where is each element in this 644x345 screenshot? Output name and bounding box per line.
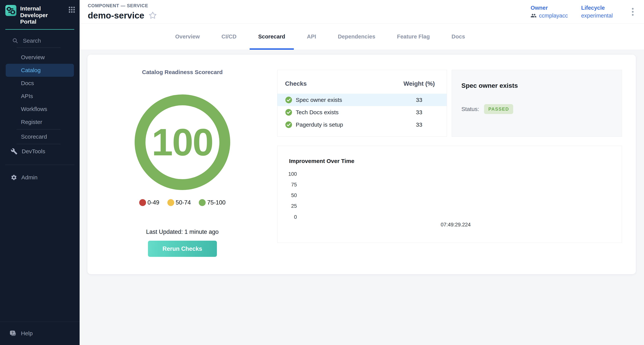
details-column: Checks Weight (%): [277, 55, 636, 274]
legend-item-low: 0-49: [139, 199, 160, 206]
legend-item-high: 75-100: [199, 199, 226, 206]
check-name-label: Pagerduty is setup: [296, 122, 343, 128]
breadcrumb: COMPONENT — SERVICE: [88, 3, 157, 8]
sidebar-search[interactable]: Search: [0, 35, 80, 47]
entity-heading: COMPONENT — SERVICE demo-service: [88, 3, 157, 20]
status-badge: PASSED: [484, 104, 513, 114]
weight-header-label: Weight (%): [399, 80, 439, 87]
tab-overview[interactable]: Overview: [166, 24, 208, 50]
page-title: demo-service: [88, 10, 144, 20]
check-weight-value: 33: [399, 97, 439, 103]
tab-docs[interactable]: Docs: [443, 24, 474, 50]
lifecycle-label: Lifecycle: [581, 5, 613, 11]
sidebar-item-register[interactable]: Register: [0, 116, 80, 128]
owner-link[interactable]: ccmplayacc: [530, 12, 568, 19]
y-axis-tick: 75: [278, 182, 297, 188]
help-label: Help: [21, 330, 33, 336]
score-legend: 0-49 50-74 75-100: [139, 199, 226, 206]
scorecard-card: Catalog Readiness Scorecard 100 0-49 50-…: [88, 55, 636, 274]
legend-label: 75-100: [207, 199, 226, 206]
legend-label: 0-49: [148, 199, 160, 206]
gauge-column: Catalog Readiness Scorecard 100 0-49 50-…: [88, 55, 277, 274]
tab-dependencies[interactable]: Dependencies: [329, 24, 384, 50]
help-chat-icon: ?: [10, 330, 17, 337]
tab-scorecard[interactable]: Scorecard: [250, 24, 294, 50]
sidebar-item-docs[interactable]: Docs: [0, 77, 80, 90]
sidebar-item-workflows[interactable]: Workflows: [0, 102, 80, 116]
checks-table-header: Checks Weight (%): [278, 77, 447, 90]
svg-text:?: ?: [12, 331, 14, 335]
status-label: Status:: [462, 106, 479, 112]
owner-value: ccmplayacc: [539, 12, 568, 19]
legend-item-mid: 50-74: [168, 199, 191, 206]
sidebar-item-help[interactable]: ? Help: [0, 322, 80, 345]
devtools-label: DevTools: [22, 148, 45, 154]
brand: Internal Developer Portal: [0, 0, 80, 25]
app-root: Internal Developer Portal Search Overvie…: [0, 0, 644, 345]
divider: [16, 144, 60, 144]
y-axis-tick: 50: [278, 192, 297, 198]
sidebar-item-apis[interactable]: APIs: [0, 90, 80, 102]
y-axis-tick: 25: [278, 203, 297, 209]
sidebar-item-catalog[interactable]: Catalog: [6, 64, 74, 77]
y-axis-tick: 100: [278, 171, 297, 177]
check-weight-value: 33: [399, 122, 439, 128]
apps-grid-icon[interactable]: [68, 6, 75, 13]
score-gauge: 100: [135, 94, 230, 190]
admin-label: Admin: [21, 174, 38, 181]
content-area: Catalog Readiness Scorecard 100 0-49 50-…: [80, 50, 644, 345]
tab-cicd[interactable]: CI/CD: [213, 24, 245, 50]
check-row-spec-owner[interactable]: Spec owner exists 33: [278, 94, 447, 106]
entity-tabs: Overview CI/CD Scorecard API Dependencie…: [80, 24, 644, 50]
lifecycle-value: experimental: [581, 12, 613, 19]
check-detail-title: Spec owner exists: [462, 82, 612, 89]
check-row-pagerduty[interactable]: Pagerduty is setup 33: [278, 118, 447, 131]
legend-dot-yellow: [168, 199, 174, 206]
tab-api[interactable]: API: [298, 24, 325, 50]
brand-divider: [5, 29, 74, 30]
sidebar-nav: Overview Catalog Docs APIs Workflows Reg…: [0, 51, 80, 158]
star-icon[interactable]: [148, 11, 157, 20]
sidebar: Internal Developer Portal Search Overvie…: [0, 0, 80, 345]
sidebar-item-devtools[interactable]: DevTools: [0, 145, 80, 158]
search-label: Search: [23, 38, 41, 44]
sidebar-item-overview[interactable]: Overview: [0, 51, 80, 64]
improvement-chart: Improvement Over Time 100 75 50 25 0 07:…: [277, 146, 622, 243]
owner-label: Owner: [530, 5, 568, 11]
check-row-tech-docs[interactable]: Tech Docs exists 33: [278, 106, 447, 118]
page-header: COMPONENT — SERVICE demo-service Owner c: [80, 0, 644, 24]
checks-header-label: Checks: [285, 80, 399, 87]
brand-title: Internal Developer Portal: [20, 5, 65, 25]
portal-logo-icon: [5, 5, 16, 16]
wrench-icon: [11, 148, 18, 155]
legend-dot-red: [139, 199, 146, 206]
last-updated-text: Last Updated: 1 minute ago: [146, 228, 218, 235]
divider: [5, 165, 74, 165]
lifecycle-block: Lifecycle experimental: [581, 5, 613, 19]
main-area: COMPONENT — SERVICE demo-service Owner c: [80, 0, 644, 345]
legend-label: 50-74: [176, 199, 191, 206]
check-detail-panel: Spec owner exists Status: PASSED: [452, 70, 622, 137]
divider: [16, 129, 60, 130]
check-weight-value: 33: [399, 109, 439, 116]
check-passed-icon: [285, 109, 292, 116]
score-value: 100: [152, 123, 213, 161]
legend-dot-green: [199, 199, 206, 206]
tab-feature-flag[interactable]: Feature Flag: [388, 24, 438, 50]
gear-icon: [11, 174, 17, 181]
rerun-checks-button[interactable]: Rerun Checks: [148, 241, 217, 257]
sidebar-item-scorecard[interactable]: Scorecard: [0, 130, 80, 143]
more-options-icon[interactable]: [630, 6, 636, 18]
people-icon: [530, 12, 536, 19]
chart-title: Improvement Over Time: [289, 158, 354, 164]
checks-panel: Checks Weight (%): [277, 70, 447, 137]
check-passed-icon: [285, 96, 292, 104]
divider: [16, 48, 60, 48]
search-icon: [12, 38, 18, 44]
owner-block: Owner ccmplayacc: [530, 5, 568, 19]
scorecard-title: Catalog Readiness Scorecard: [142, 69, 223, 76]
x-axis-tick: 07:49:29.224: [427, 222, 484, 228]
check-passed-icon: [285, 121, 292, 128]
sidebar-item-admin[interactable]: Admin: [0, 171, 80, 184]
y-axis-tick: 0: [278, 214, 297, 220]
